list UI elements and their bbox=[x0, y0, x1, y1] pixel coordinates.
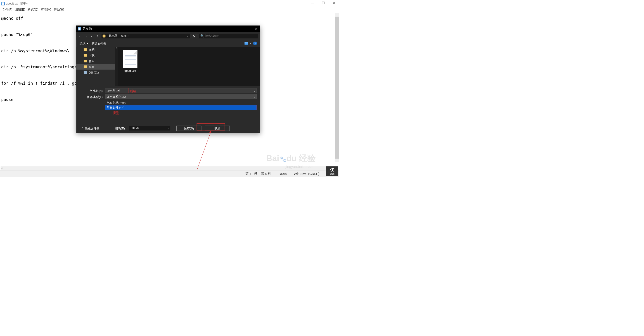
annotation-save-box bbox=[197, 123, 225, 131]
filetype-option-txt[interactable]: 文本文档(*.txt) bbox=[105, 101, 257, 105]
chevron-right-icon: › bbox=[128, 35, 129, 37]
annotation-suffix: 后缀 bbox=[130, 89, 136, 94]
menu-bar: 文件(F) 编辑(E) 格式(O) 查看(V) 帮助(H) bbox=[0, 7, 340, 12]
save-as-dialog: 另存为 ✕ ← → ⌄ ↑ › 此电脑 › 桌面 › ⌄ ↻ 🔍 搜索"桌面" … bbox=[76, 26, 260, 133]
address-bar[interactable]: › 此电脑 › 桌面 › ⌄ bbox=[101, 34, 190, 39]
history-dropdown-icon[interactable]: ⌄ bbox=[254, 90, 255, 92]
view-mode-button[interactable] bbox=[244, 42, 248, 45]
annotation-suffix-box bbox=[118, 88, 128, 93]
maximize-button[interactable]: ☐ bbox=[318, 0, 328, 6]
address-dropdown-icon[interactable]: ⌄ bbox=[186, 35, 188, 38]
new-folder-button[interactable]: 新建文件夹 bbox=[92, 42, 106, 45]
dialog-title: 另存为 bbox=[82, 27, 254, 31]
sidebar-item-drive-c[interactable]: OS (C:) bbox=[76, 70, 118, 75]
horizontal-scrollbar[interactable]: ◄► bbox=[1, 166, 334, 170]
forward-button[interactable]: → bbox=[84, 34, 88, 38]
annotation-type: 类型 bbox=[113, 111, 120, 115]
breadcrumb-pc[interactable]: 此电脑 bbox=[108, 34, 118, 38]
menu-view[interactable]: 查看(V) bbox=[40, 7, 52, 12]
recent-locations-icon[interactable]: ⌄ bbox=[90, 35, 94, 37]
file-list[interactable]: gpedit.txt bbox=[118, 47, 260, 86]
chevron-right-icon: › bbox=[119, 35, 120, 37]
menu-file[interactable]: 文件(F) bbox=[1, 7, 13, 12]
search-placeholder: 搜索"桌面" bbox=[205, 34, 219, 38]
sidebar-item-music[interactable]: 音乐 bbox=[76, 58, 118, 64]
minimize-button[interactable]: — bbox=[307, 0, 318, 6]
sidebar-item-desktop[interactable]: 桌面 bbox=[76, 64, 118, 70]
search-input[interactable]: 🔍 搜索"桌面" bbox=[198, 34, 258, 39]
folder-icon bbox=[84, 48, 87, 51]
chevron-up-icon: ⌃ bbox=[81, 127, 84, 130]
search-icon: 🔍 bbox=[200, 34, 204, 38]
navigation-bar: ← → ⌄ ↑ › 此电脑 › 桌面 › ⌄ ↻ 🔍 搜索"桌面" bbox=[76, 32, 260, 40]
organize-button[interactable]: 组织▾ bbox=[80, 42, 88, 45]
folder-icon bbox=[84, 65, 87, 68]
menu-format[interactable]: 格式(O) bbox=[27, 7, 39, 12]
dialog-footer: ⌃隐藏文件夹 编码(E): UTF-8⌄ 保存(S) 取消 bbox=[76, 124, 260, 133]
desktop-icon bbox=[103, 35, 106, 38]
file-item-gpedit[interactable]: gpedit.txt bbox=[121, 50, 139, 83]
status-line-ending: Windows (CRLF) bbox=[294, 172, 319, 176]
encoding-select[interactable]: UTF-8⌄ bbox=[129, 126, 170, 131]
chevron-right-icon: › bbox=[107, 35, 108, 37]
folder-icon bbox=[84, 54, 87, 57]
sidebar-item-downloads[interactable]: 下载 bbox=[76, 53, 118, 58]
menu-help[interactable]: 帮助(H) bbox=[53, 7, 65, 12]
filetype-dropdown: 文本文档(*.txt) 所有文件 (*.*) 类型 bbox=[105, 101, 257, 110]
dropdown-arrow-icon[interactable]: ⌄ bbox=[254, 96, 255, 98]
filetype-select[interactable]: 文本文档(*.txt)⌄ bbox=[105, 94, 257, 99]
filename-label: 文件名(N): bbox=[80, 89, 105, 93]
vertical-scrollbar[interactable] bbox=[335, 13, 339, 162]
breadcrumb-location[interactable]: 桌面 bbox=[121, 34, 127, 38]
text-file-icon bbox=[123, 50, 137, 68]
file-name-label: gpedit.txt bbox=[124, 69, 136, 73]
encoding-label: 编码(E): bbox=[115, 126, 126, 130]
disk-icon bbox=[84, 71, 87, 74]
folder-icon bbox=[84, 60, 87, 63]
hide-folders-toggle[interactable]: ⌃隐藏文件夹 bbox=[81, 126, 100, 130]
watermark-brand: Bai🐾du 经验 bbox=[266, 153, 316, 164]
dialog-close-button[interactable]: ✕ bbox=[254, 26, 258, 31]
watermark-url: jingyan.baidu.com bbox=[286, 165, 314, 169]
notepad-title-bar: gpedit.txt - 记事本 — ☐ ✕ bbox=[0, 0, 340, 7]
sidebar-item-documents[interactable]: 文档 bbox=[76, 47, 118, 53]
status-bar: 第 11 行，第 6 列 100% Windows (CRLF) UTF-8 bbox=[0, 171, 340, 177]
resize-grip[interactable] bbox=[258, 131, 260, 133]
annotation-type-box bbox=[105, 105, 257, 110]
dialog-toolbar: 组织▾ 新建文件夹 ▾ ? bbox=[76, 40, 260, 47]
status-position: 第 11 行，第 6 列 bbox=[245, 172, 271, 176]
refresh-button[interactable]: ↻ bbox=[192, 34, 196, 38]
up-button[interactable]: ↑ bbox=[96, 34, 99, 38]
menu-edit[interactable]: 编辑(E) bbox=[14, 7, 26, 12]
dropdown-arrow-icon[interactable]: ⌄ bbox=[168, 127, 169, 130]
watermark-logo: 侠游戏 bbox=[326, 166, 338, 176]
sidebar-scrollbar[interactable]: ▲ bbox=[115, 47, 118, 86]
window-title: gpedit.txt - 记事本 bbox=[6, 2, 29, 6]
back-button[interactable]: ← bbox=[78, 34, 82, 38]
notepad-app-icon bbox=[1, 2, 5, 6]
folder-tree: 文档 下载 音乐 桌面 OS (C:) ▲ bbox=[76, 47, 118, 86]
help-button[interactable]: ? bbox=[253, 42, 257, 45]
notepad-icon bbox=[78, 27, 81, 31]
close-button[interactable]: ✕ bbox=[328, 0, 339, 6]
dialog-title-bar[interactable]: 另存为 ✕ bbox=[76, 26, 260, 32]
status-zoom: 100% bbox=[278, 172, 287, 176]
filetype-label: 保存类型(T): bbox=[80, 95, 105, 99]
view-dropdown-icon[interactable]: ▾ bbox=[250, 42, 251, 45]
